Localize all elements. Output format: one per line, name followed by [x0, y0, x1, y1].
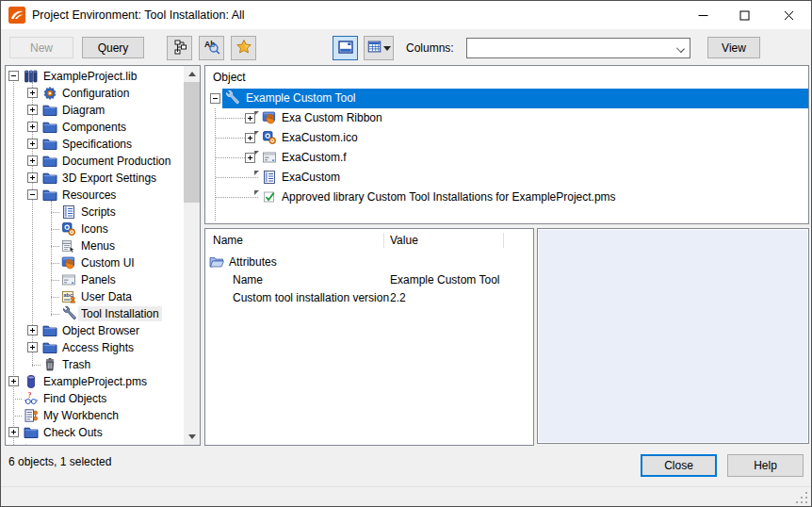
expand-plus-toggle[interactable]	[27, 325, 38, 335]
value-column-header[interactable]: Value	[390, 229, 418, 252]
tree-item-my-workbench[interactable]: My Workbench	[6, 407, 184, 424]
property-row-custom-tool-installation-version[interactable]: Custom tool installation version2.2	[205, 289, 533, 307]
expand-plus-toggle[interactable]	[27, 105, 38, 115]
hierarchy-icon	[171, 39, 188, 58]
columns-combobox[interactable]	[466, 38, 690, 58]
tree-item-scripts[interactable]: Scripts	[6, 204, 184, 221]
expand-plus-toggle[interactable]	[8, 376, 19, 386]
tree-item-configuration[interactable]: Configuration	[6, 85, 184, 102]
tree-item-tool-installation[interactable]: Tool Installation	[6, 305, 184, 322]
tree-item-panels[interactable]: Panels	[6, 271, 184, 288]
left-tree-scrollbar[interactable]	[184, 66, 200, 445]
expand-plus-toggle[interactable]	[245, 113, 255, 123]
tree-item-label: ExampleProject.pms	[41, 374, 150, 389]
scroll-down-arrow-icon[interactable]	[184, 429, 200, 445]
expand-plus-toggle[interactable]	[27, 139, 38, 149]
tree-item-user-data[interactable]: abcUser Data	[6, 288, 184, 305]
resize-grip[interactable]	[805, 501, 807, 503]
collapse-minus-toggle[interactable]	[210, 93, 220, 104]
tree-item-label: Find Objects	[41, 391, 109, 406]
svg-text:abc: abc	[64, 292, 73, 298]
panels-icon	[262, 150, 277, 165]
left-tree-panel: ExampleProject.libConfigurationDiagramCo…	[5, 65, 201, 446]
tree-item-document-production[interactable]: Document Production	[6, 153, 184, 170]
tree-item-resources[interactable]: Resources	[6, 187, 184, 204]
dropdown-caret-icon	[383, 46, 391, 51]
tree-item-menus[interactable]: Menus	[6, 237, 184, 254]
property-row-name[interactable]: NameExample Custom Tool	[205, 271, 533, 289]
find-button[interactable]: Ab	[199, 36, 224, 60]
tree-item-custom-ui[interactable]: Custom UI	[6, 254, 184, 271]
tree-item-find-objects[interactable]: ?Find Objects	[6, 390, 184, 407]
tree-item-3d-export-settings[interactable]: 3D Export Settings	[6, 170, 184, 187]
tree-item-exampleproject-pms[interactable]: ExampleProject.pms	[6, 373, 184, 390]
folder-icon	[42, 103, 57, 118]
expand-plus-toggle[interactable]	[27, 122, 38, 132]
expand-plus-toggle[interactable]	[27, 342, 38, 352]
collapse-minus-toggle[interactable]	[8, 71, 19, 81]
object-item-exacustom[interactable]: ExaCustom	[205, 168, 808, 188]
object-item-exa-custom-ribbon[interactable]: Exa Custom Ribbon	[205, 108, 808, 128]
expand-plus-toggle[interactable]	[8, 427, 19, 437]
window-title: Project Environment: Tool Installation: …	[32, 1, 245, 29]
object-item-exacustom-ico[interactable]: ExaCustom.ico	[205, 128, 808, 148]
column-chooser-grid-icon	[367, 40, 382, 57]
wrench-selected-icon	[224, 90, 239, 106]
object-item-example-custom-tool[interactable]: Example Custom Tool	[205, 89, 808, 108]
tree-item-object-browser[interactable]: Object Browser	[6, 322, 184, 339]
tree-item-diagram[interactable]: Diagram	[6, 102, 184, 119]
maximize-button[interactable]	[723, 1, 765, 29]
tree-item-specifications[interactable]: Specifications	[6, 136, 184, 153]
tree-item-label: Trash	[59, 357, 93, 372]
tree-item-exampleproject-lib[interactable]: ExampleProject.lib	[6, 68, 184, 85]
expand-plus-toggle[interactable]	[27, 88, 38, 98]
find-text-icon: Ab	[203, 39, 220, 58]
tree-item-item[interactable]	[6, 441, 184, 445]
name-column-header[interactable]: Name	[213, 229, 243, 252]
scripts-icon	[262, 170, 277, 185]
tree-item-label: Tool Installation	[78, 306, 162, 321]
collapse-minus-toggle[interactable]	[27, 189, 38, 200]
hierarchy-view-button[interactable]	[167, 36, 192, 60]
tree-item-check-outs[interactable]: Check Outs	[6, 424, 184, 441]
object-panel: Object Example Custom ToolExa Custom Rib…	[204, 65, 809, 224]
preview-layout-icon	[337, 39, 354, 58]
tree-item-label: Panels	[78, 272, 119, 287]
scrollbar-thumb[interactable]	[184, 82, 200, 203]
tree-item-icons[interactable]: Icons	[6, 221, 184, 237]
object-column-header[interactable]: Object	[213, 66, 246, 89]
object-item-exacustom-f[interactable]: ExaCustom.f	[205, 148, 808, 168]
expand-plus-toggle[interactable]	[245, 153, 255, 163]
new-button[interactable]: New	[9, 37, 73, 58]
folder-icon	[42, 323, 57, 338]
tree-item-label: My Workbench	[41, 408, 122, 423]
preview-layout-toggle[interactable]	[333, 36, 358, 60]
configuration-gear-icon	[42, 86, 57, 101]
scroll-up-arrow-icon[interactable]	[184, 66, 200, 82]
minimize-button[interactable]	[682, 1, 723, 29]
close-window-button[interactable]	[765, 1, 812, 29]
column-chooser-button[interactable]	[364, 36, 394, 60]
close-button[interactable]: Close	[641, 454, 717, 477]
approved-check-icon	[262, 189, 277, 204]
object-item-label: Approved library Custom Tool Installatio…	[279, 189, 619, 204]
open-folder-icon	[209, 254, 224, 270]
property-row-attributes[interactable]: Attributes	[205, 254, 533, 271]
tree-item-components[interactable]: Components	[6, 119, 184, 136]
query-button[interactable]: Query	[82, 37, 144, 58]
tree-item-label: Configuration	[59, 86, 132, 101]
custom-ui-hand-icon	[61, 255, 76, 270]
icons-icon	[61, 221, 76, 237]
view-button[interactable]: View	[707, 37, 760, 58]
expand-plus-toggle[interactable]	[245, 133, 255, 143]
tree-item-trash[interactable]: Trash	[6, 356, 184, 373]
project-environment-dialog: Project Environment: Tool Installation: …	[0, 0, 812, 507]
help-button[interactable]: Help	[727, 454, 804, 477]
expand-plus-toggle[interactable]	[27, 155, 38, 166]
object-item-approved-library-custom-tool-installatio[interactable]: Approved library Custom Tool Installatio…	[205, 188, 808, 207]
title-bar: Project Environment: Tool Installation: …	[1, 1, 811, 29]
tree-item-label: ExampleProject.lib	[41, 69, 139, 84]
favorites-button[interactable]	[231, 36, 256, 60]
tree-item-access-rights[interactable]: Access Rights	[6, 339, 184, 356]
expand-plus-toggle[interactable]	[27, 172, 38, 183]
